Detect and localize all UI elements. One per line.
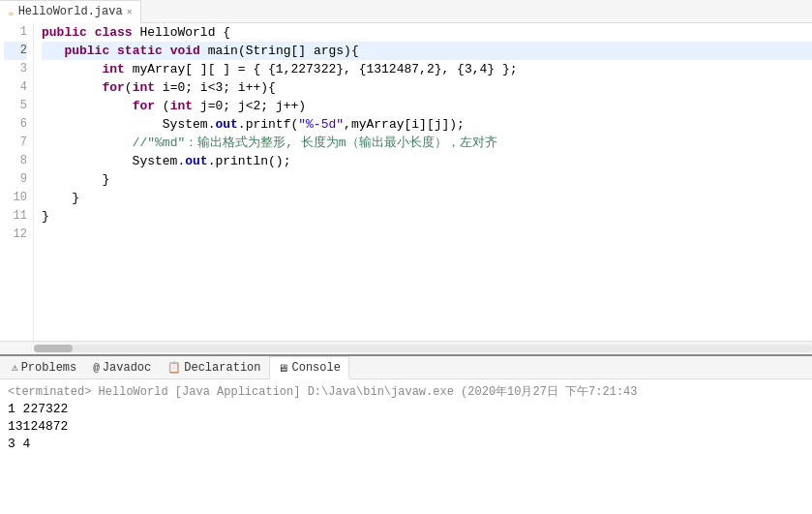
horizontal-scrollbar[interactable] — [0, 341, 812, 354]
javadoc-tab-label: Javadoc — [103, 361, 151, 375]
editor-tab-bar: ☕ HelloWorld.java ✕ — [0, 0, 812, 23]
panel-tab-problems[interactable]: ⚠Problems — [4, 356, 85, 379]
panel-tab-console[interactable]: 🖥Console — [269, 356, 348, 379]
code-line-7: //"%md"：输出格式为整形, 长度为m（输出最小长度），左对齐 — [42, 134, 812, 152]
code-line-1: public class HelloWorld { — [42, 23, 812, 42]
code-line-6: System.out.printf("%-5d",myArray[i][j]); — [42, 115, 812, 134]
panel-tab-bar: ⚠Problems@Javadoc📋Declaration🖥Console — [0, 356, 812, 379]
console-output-line-1: 1 227322 — [8, 401, 804, 418]
console-tab-label: Console — [291, 361, 340, 375]
line-number-5: 5 — [4, 97, 27, 115]
code-line-5: for (int j=0; j<2; j++) — [42, 97, 812, 115]
declaration-tab-label: Declaration — [184, 361, 260, 375]
console-output-line-2: 13124872 — [8, 418, 804, 436]
bottom-panel: ⚠Problems@Javadoc📋Declaration🖥Console <t… — [0, 354, 812, 514]
declaration-tab-icon: 📋 — [167, 361, 181, 374]
console-tab-icon: 🖥 — [278, 362, 288, 375]
tab-close-button[interactable]: ✕ — [127, 6, 133, 17]
line-number-2: 2 — [4, 42, 27, 60]
panel-tab-javadoc[interactable]: @Javadoc — [85, 356, 160, 379]
line-number-3: 3 — [4, 60, 27, 78]
tab-filename: HelloWorld.java — [18, 5, 123, 18]
code-line-8: System.out.println(); — [42, 152, 812, 170]
code-line-4: for(int i=0; i<3; i++){ — [42, 78, 812, 97]
line-number-9: 9 — [4, 170, 27, 189]
line-number-6: 6 — [4, 115, 27, 134]
code-content[interactable]: public class HelloWorld { public static … — [34, 23, 812, 341]
line-number-8: 8 — [4, 152, 27, 170]
line-number-4: 4 — [4, 78, 27, 97]
line-number-10: 10 — [4, 189, 27, 207]
scrollbar-thumb[interactable] — [34, 345, 73, 352]
code-line-2: public static void main(String[] args){ — [42, 42, 812, 60]
line-number-7: 7 — [4, 134, 27, 152]
code-line-9: } — [42, 170, 812, 189]
scrollbar-track[interactable] — [34, 345, 812, 352]
problems-tab-label: Problems — [21, 361, 77, 375]
line-number-1: 1 — [4, 23, 27, 42]
java-file-icon: ☕ — [8, 6, 15, 18]
panel-tab-declaration[interactable]: 📋Declaration — [160, 356, 269, 379]
console-terminated-line: <terminated> HelloWorld [Java Applicatio… — [8, 383, 804, 401]
line-numbers: 123456789101112 — [0, 23, 34, 341]
editor-tab-helloworld[interactable]: ☕ HelloWorld.java ✕ — [0, 0, 141, 23]
problems-tab-icon: ⚠ — [12, 361, 18, 374]
javadoc-tab-icon: @ — [93, 362, 100, 374]
line-number-12: 12 — [4, 226, 27, 244]
code-line-12 — [42, 226, 812, 244]
console-output-line-3: 3 4 — [8, 436, 804, 453]
line-number-11: 11 — [4, 207, 27, 226]
editor-container: ☕ HelloWorld.java ✕ 123456789101112 publ… — [0, 0, 812, 354]
code-line-10: } — [42, 189, 812, 207]
code-area: 123456789101112 public class HelloWorld … — [0, 23, 812, 341]
code-line-3: int myArray[ ][ ] = { {1,227322}, {13124… — [42, 60, 812, 78]
console-content: <terminated> HelloWorld [Java Applicatio… — [0, 379, 812, 514]
code-line-11: } — [42, 207, 812, 226]
